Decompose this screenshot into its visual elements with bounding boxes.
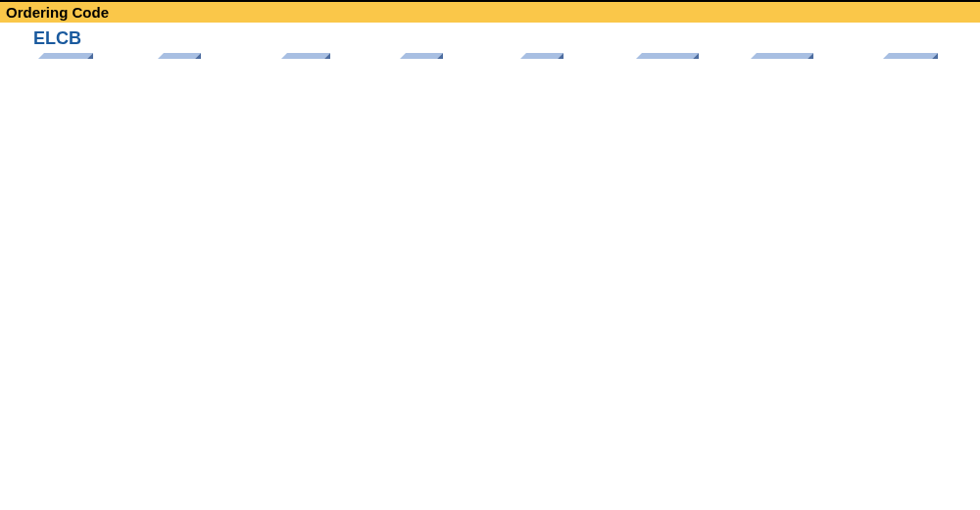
- elcb-heading: ELCB: [0, 23, 980, 59]
- section-title: Ordering Code: [0, 0, 980, 23]
